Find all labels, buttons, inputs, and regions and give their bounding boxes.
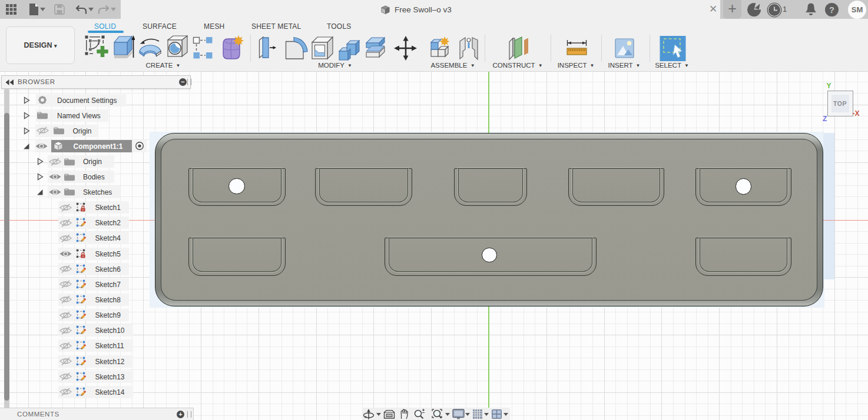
svg-text:?: ? bbox=[829, 5, 834, 15]
